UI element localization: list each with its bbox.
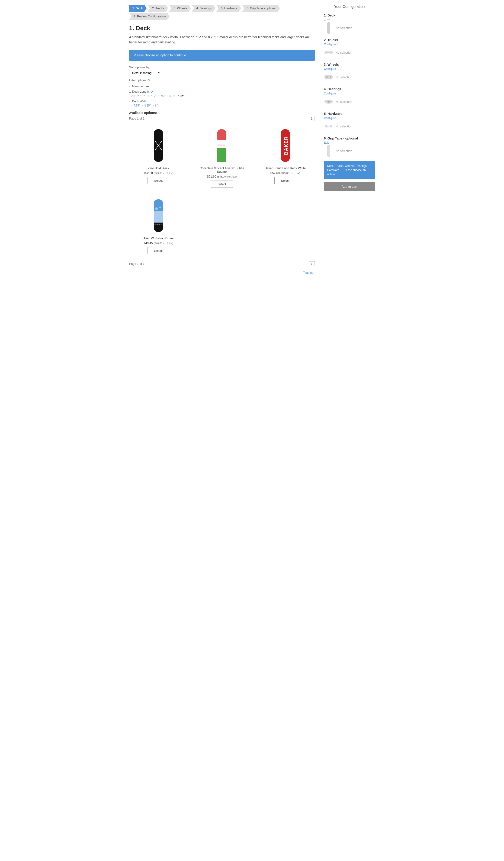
length-chip-1[interactable]: ✓ 31.5"	[143, 94, 152, 98]
svg-point-17	[155, 207, 158, 210]
svg-rect-23	[330, 51, 332, 54]
chevron-up-icon: ▴	[129, 90, 131, 93]
svg-rect-22	[325, 51, 327, 54]
deck-width-options: ✓ 7.75" ✓ 8.25" ✓ 8"	[129, 104, 315, 107]
product-price-2: $52.68 ($49.00 excl. tax)	[258, 171, 312, 175]
deck-length-filter: ▴ Deck Length ⟳ ✓ 31.25" ✓ 31.5" ✓ 31.75…	[129, 90, 315, 98]
svg-rect-10	[217, 157, 226, 162]
select-button-3[interactable]: Select	[148, 247, 169, 254]
deck-length-refresh-icon[interactable]: ⟳	[151, 90, 153, 94]
page-info-top: Page 1 of 1 1	[129, 116, 315, 121]
page-info-bottom: Page 1 of 1 1	[129, 261, 315, 266]
length-chip-2[interactable]: ✓ 31.75"	[154, 94, 165, 98]
sidebar-deck-link[interactable]: … ✏	[324, 18, 375, 21]
sidebar-trucks-link[interactable]: Configure	[324, 43, 375, 46]
sidebar-wheels-link[interactable]: Configure	[324, 67, 375, 70]
warning-box: Deck, Trucks, Wheels, Bearings, Hardware…	[324, 161, 375, 179]
length-chip-3[interactable]: ✓ 32.5"	[167, 94, 176, 98]
product-price-0: $52.68 ($49.00 excl. tax)	[131, 171, 185, 175]
next-nav[interactable]: Trucks ›	[129, 271, 315, 275]
sidebar-section-wheels: 3. Wheels Configure No selection	[324, 63, 375, 82]
next-label: Trucks ›	[303, 271, 314, 275]
page-badge-bottom: 1	[309, 261, 314, 266]
sidebar-section-bearings: 4. Bearings Configure No selection	[324, 87, 375, 106]
sidebar-hardware-no-selection: No selection	[336, 125, 352, 128]
select-button-2[interactable]: Select	[275, 177, 296, 184]
main-content: 1. Deck 2. Trucks 3. Wheels 4. Bearings …	[129, 5, 315, 275]
svg-text:ZERO: ZERO	[150, 140, 154, 151]
product-image-1: chocolate	[210, 127, 233, 164]
sidebar-bearings-item: No selection	[324, 97, 375, 106]
sidebar-bearings-link[interactable]: Configure	[324, 92, 375, 95]
sidebar-grip-tape-link[interactable]: Edit	[324, 141, 375, 144]
notice-bar: Please choose an option to continue…	[129, 50, 315, 61]
sidebar-grip-tape-item: No selection	[324, 146, 375, 155]
deck-length-filter-header[interactable]: ▴ Deck Length ⟳	[129, 90, 315, 94]
sidebar-trucks-item: No selection	[324, 48, 375, 57]
available-label: Available options:	[129, 111, 315, 115]
page-info-text-bottom: Page 1 of 1	[129, 262, 145, 265]
sidebar-wheels-icon	[324, 72, 333, 82]
sidebar: Your Configuration 1. Deck … ✏ No select…	[324, 5, 375, 275]
filter-row: Filter options ⟳	[129, 79, 315, 82]
svg-text:chocolate: chocolate	[219, 144, 225, 146]
width-chip-2[interactable]: ✓ 8"	[153, 104, 158, 107]
sidebar-hardware-title: 5. Hardware	[324, 112, 375, 115]
sidebar-trucks-icon	[324, 48, 333, 57]
sidebar-hardware-link[interactable]: Configure	[324, 117, 375, 120]
sidebar-wheels-title: 3. Wheels	[324, 63, 375, 66]
product-card-3: ALIEN WORKSHOP Alien Workshop Drone $49.…	[129, 195, 188, 257]
sidebar-wheels-no-selection: No selection	[336, 76, 352, 79]
sidebar-bearings-icon	[324, 97, 333, 106]
svg-point-30	[328, 101, 330, 102]
product-grid: ZERO Zero Bold Black $52.68 ($49.00 excl…	[129, 125, 315, 190]
add-to-cart-button[interactable]: Add to cart	[324, 182, 375, 191]
step-deck[interactable]: 1. Deck	[129, 5, 147, 12]
config-title: Your Configuration	[324, 5, 375, 9]
filter-refresh-icon[interactable]: ⟳	[148, 79, 151, 82]
select-button-0[interactable]: Select	[148, 177, 169, 184]
chevron-up-icon-2: ▴	[129, 99, 131, 103]
product-price-1: $51.60 ($48.00 excl. tax)	[195, 175, 249, 178]
product-card-1: chocolate Chocolate Vincent Alvarez Subt…	[193, 125, 251, 190]
product-name-1: Chocolate Vincent Alvarez Subtle Square	[195, 166, 249, 173]
width-chip-0[interactable]: ✓ 7.75"	[131, 104, 140, 107]
page-title: 1. Deck	[129, 25, 315, 32]
sort-select[interactable]: Default sorting	[129, 70, 161, 76]
step-grip-tape[interactable]: 6. Grip Tape - optional	[242, 5, 280, 12]
product-card-2: BAKER Baker Brand Logo Red / White $52.6…	[256, 125, 314, 190]
svg-rect-20	[327, 22, 330, 34]
step-bearings[interactable]: 4. Bearings	[192, 5, 215, 12]
deck-width-filter-header[interactable]: ▴ Deck Width	[129, 99, 315, 103]
width-chip-1[interactable]: ✓ 8.25"	[142, 104, 151, 107]
sidebar-hardware-icon	[324, 122, 333, 131]
steps-navigation: 1. Deck 2. Trucks 3. Wheels 4. Bearings …	[129, 5, 315, 20]
chevron-down-icon: ▾	[129, 84, 131, 88]
step-hardware[interactable]: 5. Hardware	[216, 5, 241, 12]
length-chip-0[interactable]: ✓ 31.25"	[131, 94, 141, 98]
deck-width-label: Deck Width	[132, 99, 148, 103]
filter-label: Filter options	[129, 79, 146, 82]
svg-point-27	[330, 76, 332, 78]
manufacturer-filter-header[interactable]: ▾ Manufacturer	[129, 84, 315, 88]
step-review[interactable]: 7. Review Configuration	[129, 13, 170, 20]
svg-point-33	[330, 125, 332, 127]
length-chip-4[interactable]: ✓ 32"	[177, 94, 184, 98]
sort-label: Sort options by	[129, 66, 315, 69]
sidebar-section-hardware: 5. Hardware Configure No selection	[324, 112, 375, 131]
sidebar-deck-title: 1. Deck	[324, 13, 375, 17]
page-badge-top: 1	[309, 116, 314, 121]
step-wheels[interactable]: 3. Wheels	[169, 5, 191, 12]
select-button-1[interactable]: Select	[211, 180, 233, 188]
product-name-3: Alien Workshop Drone	[131, 236, 185, 240]
product-image-3: ALIEN WORKSHOP	[147, 197, 170, 234]
step-trucks[interactable]: 2. Trucks	[148, 5, 168, 12]
page-description: A standard skateboard deck width is betw…	[129, 35, 315, 45]
edit-dots-icon: … ✏	[324, 18, 330, 21]
svg-rect-34	[327, 145, 330, 157]
page-info-text-top: Page 1 of 1	[129, 117, 145, 120]
svg-point-31	[325, 125, 327, 127]
deck-width-filter: ▴ Deck Width ✓ 7.75" ✓ 8.25" ✓ 8"	[129, 99, 315, 107]
product-name-2: Baker Brand Logo Red / White	[258, 166, 312, 170]
manufacturer-filter: ▾ Manufacturer	[129, 84, 315, 88]
